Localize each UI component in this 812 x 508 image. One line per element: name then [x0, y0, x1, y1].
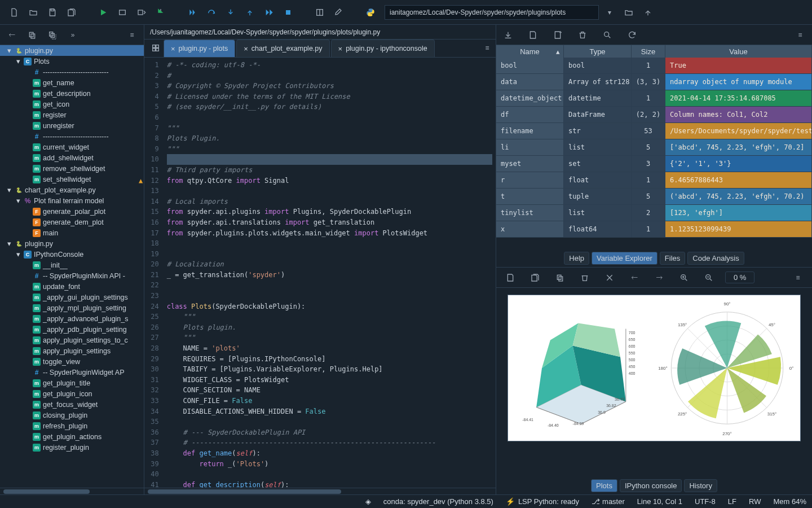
outline-item[interactable]: m_apply_advanced_plugin_s: [0, 313, 144, 324]
preferences-button[interactable]: [330, 4, 347, 21]
outline-item[interactable]: Fgenerate_polar_plot: [0, 206, 144, 217]
open-file-button[interactable]: [25, 4, 42, 21]
outline-item[interactable]: ▾🐍chart_plot_example.py: [0, 185, 144, 195]
status-env[interactable]: conda: spyder_dev (Python 3.8.5): [383, 497, 493, 506]
table-row[interactable]: ttuple5('abcd', 745, 2.23, 'efgh', 70.2): [496, 189, 812, 205]
editor-hscrollbar[interactable]: [148, 489, 341, 494]
run-cell-advance-button[interactable]: [133, 4, 150, 21]
code-editor[interactable]: 1 2 3 4 5 6 7 8 9 10 11 12 13 14 15 16 1…: [144, 58, 496, 488]
table-row[interactable]: dfDataFrame(2, 2)Column names: Col1, Col…: [496, 107, 812, 123]
step-over-button[interactable]: [203, 4, 220, 21]
editor-tab[interactable]: ×plugin.py - ipythonconsole: [331, 40, 435, 57]
outline-item[interactable]: mregister_plugin: [0, 442, 144, 453]
varexp-tab[interactable]: Files: [660, 252, 685, 265]
outline-item[interactable]: mget_plugin_icon: [0, 388, 144, 399]
table-row[interactable]: datetime_objectdatetime12021-04-14 17:35…: [496, 90, 812, 107]
save-all-button[interactable]: [63, 4, 80, 21]
delete-all-plots-button[interactable]: [601, 269, 618, 286]
table-row[interactable]: dataArray of str128(3, 3)ndarray object …: [496, 74, 812, 90]
outline-item[interactable]: m__init__: [0, 260, 144, 270]
close-icon[interactable]: ×: [244, 45, 248, 53]
outline-item[interactable]: #----------------------------: [0, 67, 144, 77]
outline-hscrollbar[interactable]: [3, 489, 90, 494]
zoom-in-button[interactable]: [676, 269, 692, 286]
outline-item[interactable]: Fmain: [0, 227, 144, 238]
save-all-plots-button[interactable]: [527, 269, 544, 286]
plots-tab[interactable]: Plots: [591, 479, 617, 492]
step-out-button[interactable]: [241, 4, 258, 21]
outline-item[interactable]: madd_shellwidget: [0, 152, 144, 163]
run-selection-button[interactable]: [152, 4, 169, 21]
outline-item[interactable]: mremove_shellwidget: [0, 163, 144, 174]
outline-item[interactable]: mget_plugin_actions: [0, 431, 144, 442]
back-button[interactable]: 🡐: [3, 27, 20, 43]
outline-item[interactable]: mcurrent_widget: [0, 142, 144, 152]
table-row[interactable]: boolbool1True: [496, 58, 812, 74]
python-path-button[interactable]: [362, 4, 379, 21]
plots-options-button[interactable]: ≡: [789, 269, 806, 286]
col-type[interactable]: Type: [564, 45, 632, 58]
stop-debug-button[interactable]: [280, 4, 297, 21]
delete-plot-button[interactable]: [576, 269, 593, 286]
working-dir-dropdown[interactable]: ▾: [601, 4, 618, 21]
varexp-tab[interactable]: Code Analysis: [687, 252, 744, 265]
editor-tab[interactable]: ×plugin.py - plots: [164, 40, 235, 57]
more-icon[interactable]: »: [64, 27, 81, 43]
outline-item[interactable]: #----------------------------: [0, 131, 144, 142]
varexp-table[interactable]: Name▴ Type Size Value boolbool1TruedataA…: [496, 45, 812, 249]
debug-button[interactable]: [184, 4, 201, 21]
outline-tree[interactable]: ▾🐍plugin.py▾CPlots#---------------------…: [0, 45, 144, 488]
copy-all-icon[interactable]: [44, 27, 61, 43]
editor-tab[interactable]: ×chart_plot_example.py: [236, 40, 329, 57]
outline-item[interactable]: ▾🐍plugin.py: [0, 45, 144, 56]
outline-item[interactable]: mclosing_plugin: [0, 410, 144, 421]
outline-item[interactable]: mget_plugin_title: [0, 378, 144, 388]
plots-tab[interactable]: IPython console: [620, 479, 682, 492]
outline-item[interactable]: mregister: [0, 110, 144, 120]
maximize-pane-button[interactable]: [311, 4, 328, 21]
run-cell-button[interactable]: [114, 4, 131, 21]
plots-tab[interactable]: History: [684, 479, 717, 492]
outline-item[interactable]: munregister: [0, 120, 144, 131]
outline-item[interactable]: m_apply_gui_plugin_settings: [0, 292, 144, 303]
delete-var-button[interactable]: [574, 27, 591, 43]
outline-item[interactable]: mupdate_font: [0, 281, 144, 292]
prev-plot-button[interactable]: 🡐: [626, 269, 643, 286]
save-data-as-button[interactable]: [549, 27, 566, 43]
outline-item[interactable]: mapply_plugin_settings_to_c: [0, 335, 144, 345]
tab-browse-button[interactable]: [148, 40, 164, 56]
run-button[interactable]: [95, 4, 112, 21]
varexp-tab[interactable]: Variable Explorer: [592, 252, 657, 265]
status-lsp[interactable]: ⚡LSP Python: ready: [506, 497, 579, 506]
plot-canvas[interactable]: 700650600 550500450400 36.936.8236.73 -8…: [496, 288, 812, 477]
outline-item[interactable]: ▾%Plot final terrain model: [0, 195, 144, 206]
col-size[interactable]: Size: [632, 45, 665, 58]
close-icon[interactable]: ×: [338, 45, 343, 53]
outline-options-button[interactable]: ≡: [123, 27, 140, 43]
outline-item[interactable]: mapply_plugin_settings: [0, 345, 144, 356]
copy-plot-button[interactable]: [551, 269, 568, 286]
outline-item[interactable]: mget_description: [0, 88, 144, 99]
status-kite-icon[interactable]: ◈: [365, 497, 371, 506]
import-data-button[interactable]: [500, 27, 517, 43]
continue-button[interactable]: [261, 4, 277, 21]
refresh-var-button[interactable]: [624, 27, 641, 43]
outline-item[interactable]: mrefresh_plugin: [0, 421, 144, 431]
outline-item[interactable]: #-- SpyderPluginMixin API -: [0, 270, 144, 281]
col-value[interactable]: Value: [665, 45, 812, 58]
close-icon[interactable]: ×: [171, 45, 175, 53]
col-name[interactable]: Name▴: [496, 45, 564, 58]
parent-dir-button[interactable]: [639, 4, 656, 21]
outline-item[interactable]: mset_shellwidget: [0, 174, 144, 185]
outline-item[interactable]: ▾🐍plugin.py: [0, 238, 144, 249]
table-row[interactable]: filenamestr53/Users/Documents/spyder/spy…: [496, 123, 812, 139]
zoom-out-button[interactable]: [700, 269, 717, 286]
working-dir-input[interactable]: [385, 5, 599, 20]
outline-item[interactable]: mget_name: [0, 77, 144, 88]
outline-item[interactable]: m_apply_mpl_plugin_setting: [0, 303, 144, 313]
varexp-options-button[interactable]: ≡: [792, 27, 809, 43]
save-data-button[interactable]: [524, 27, 541, 43]
new-file-button[interactable]: [6, 4, 23, 21]
table-row[interactable]: xfloat6411.1235123099439: [496, 221, 812, 238]
outline-item[interactable]: mget_focus_widget: [0, 399, 144, 410]
